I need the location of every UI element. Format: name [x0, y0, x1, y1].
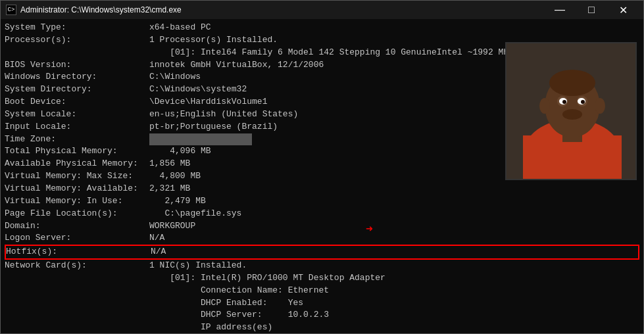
line-dhcp-enabled: DHCP Enabled: Yes [5, 297, 639, 310]
svg-point-8 [562, 109, 582, 120]
line-hotfix: Hotfix(s): N/A [5, 245, 639, 260]
person-photo [505, 42, 637, 180]
line-vm-use: Virtual Memory: In Use: 2,479 MB [5, 195, 639, 208]
svg-point-14 [562, 100, 566, 104]
svg-rect-3 [523, 135, 622, 180]
line-nic: Network Card(s): 1 NIC(s) Installed. [5, 260, 639, 272]
title-bar-left: C> Administrator: C:\Windows\system32\cm… [6, 5, 182, 15]
minimize-button[interactable]: — [545, 1, 575, 19]
svg-point-11 [595, 98, 605, 114]
window-title: Administrator: C:\Windows\system32\cmd.e… [20, 5, 182, 14]
svg-point-10 [539, 98, 550, 114]
line-logon-server: Logon Server: N/A [5, 232, 639, 245]
person-svg [507, 43, 637, 180]
line-conn-name: Connection Name: Ethernet [5, 285, 639, 297]
cmd-window: C> Administrator: C:\Windows\system32\cm… [0, 0, 644, 334]
line-system-type: System Type: x64-based PC [5, 22, 639, 34]
svg-point-9 [549, 70, 595, 96]
line-dhcp-server: DHCP Server: 10.0.2.3 [5, 309, 639, 322]
line-nic-detail: [01]: Intel(R) PRO/1000 MT Desktop Adapt… [5, 272, 639, 285]
close-button[interactable]: ✕ [608, 1, 638, 19]
maximize-button[interactable]: □ [576, 1, 607, 19]
red-arrow: ➜ [366, 222, 373, 236]
line-vm-avail: Virtual Memory: Available: 2,321 MB [5, 183, 639, 195]
line-pagefile: Page File Location(s): C:\pagefile.sys [5, 208, 639, 220]
line-domain: Domain: WORKGROUP [5, 220, 639, 233]
console-area[interactable]: System Type: x64-based PC Processor(s): … [1, 19, 643, 333]
cmd-icon: C> [6, 5, 16, 15]
title-buttons: — □ ✕ [545, 1, 638, 19]
svg-point-15 [581, 100, 585, 104]
line-ip: IP address(es) [5, 322, 639, 333]
title-bar: C> Administrator: C:\Windows\system32\cm… [1, 1, 643, 19]
